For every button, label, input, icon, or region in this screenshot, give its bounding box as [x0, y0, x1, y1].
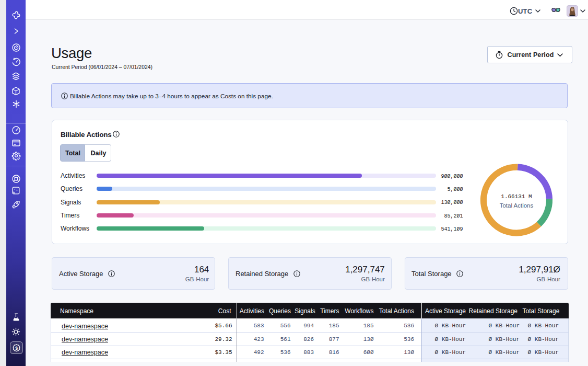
svg-text:$: $: [15, 346, 18, 351]
